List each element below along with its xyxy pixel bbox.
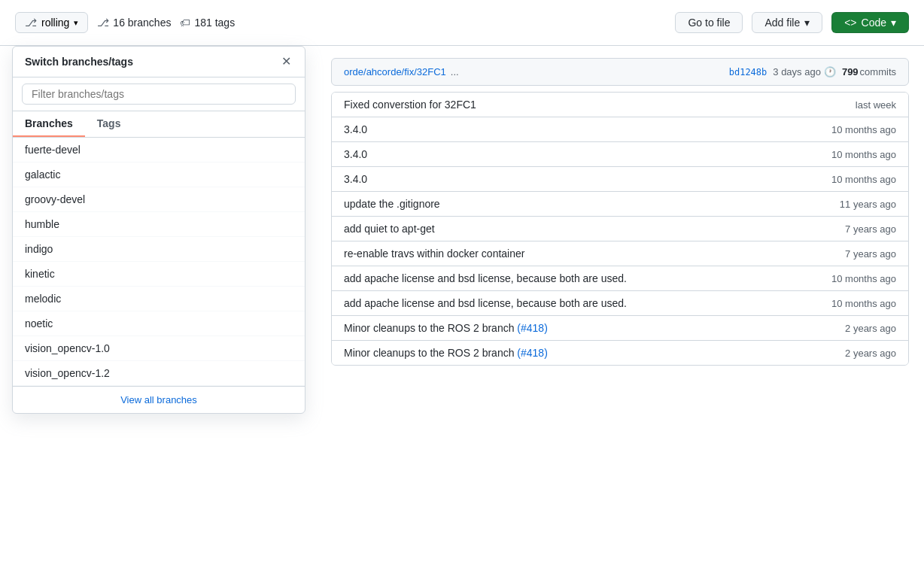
file-message: Minor cleanups to the ROS 2 branch (#418… (344, 347, 833, 359)
dropdown-title: Switch branches/tags (25, 56, 133, 68)
file-message: add apache license and bsd license, beca… (344, 297, 819, 309)
history-icon: 🕐 (824, 66, 836, 77)
code-button[interactable]: <> Code ▾ (831, 12, 909, 33)
table-row: re-enable travs within docker container7… (332, 241, 908, 266)
chevron-down-icon: ▾ (804, 17, 810, 29)
commit-time: 3 days ago (773, 66, 821, 77)
repo-content: orde/ahcorde/fix/32FC1 ... bd1248b 3 day… (316, 46, 924, 378)
branch-selector[interactable]: ⎇ rolling ▾ (15, 12, 88, 33)
issue-link[interactable]: (#418) (517, 322, 547, 334)
file-time: 10 months ago (831, 149, 896, 160)
commits-label: commits (860, 66, 896, 77)
goto-file-label: Go to file (688, 17, 730, 29)
file-message: Fixed converstion for 32FC1 (344, 99, 843, 111)
commit-ellipsis: ... (451, 66, 459, 77)
filter-input[interactable] (22, 84, 296, 105)
branches-count: 16 branches (113, 17, 171, 29)
file-time: 7 years ago (845, 248, 896, 260)
branches-link[interactable]: ⎇ 16 branches (97, 17, 171, 29)
file-time: 11 years ago (840, 199, 896, 210)
file-time: 10 months ago (831, 273, 896, 284)
branch-name: rolling (41, 17, 69, 29)
table-row: add quiet to apt-get7 years ago (332, 217, 908, 241)
filter-wrap (13, 77, 305, 111)
add-file-button[interactable]: Add file ▾ (752, 12, 822, 33)
commits-count: 799 (842, 66, 859, 77)
file-time: 10 months ago (831, 174, 896, 185)
commit-bar: orde/ahcorde/fix/32FC1 ... bd1248b 3 day… (331, 58, 909, 86)
chevron-down-icon: ▾ (891, 17, 896, 29)
file-time: last week (856, 99, 896, 111)
branch-item[interactable]: galactic (13, 162, 305, 187)
file-message: re-enable travs within docker container (344, 248, 833, 260)
table-row: Minor cleanups to the ROS 2 branch (#418… (332, 341, 908, 365)
file-time: 10 months ago (831, 298, 896, 309)
goto-file-button[interactable]: Go to file (675, 12, 743, 33)
branch-item[interactable]: kinetic (13, 262, 305, 287)
commit-branch: orde/ahcorde/fix/32FC1 (344, 66, 446, 77)
issue-link[interactable]: (#418) (517, 347, 547, 359)
dropdown-header: Switch branches/tags ✕ (13, 47, 305, 77)
add-file-label: Add file (764, 17, 800, 29)
toolbar: ⎇ rolling ▾ ⎇ 16 branches 🏷 181 tags Go … (0, 0, 924, 46)
table-row: add apache license and bsd license, beca… (332, 291, 908, 316)
code-icon: <> (844, 17, 856, 29)
file-message: 3.4.0 (344, 173, 819, 185)
tags-count: 181 tags (194, 17, 235, 29)
table-row: 3.4.010 months ago (332, 117, 908, 142)
tags-link[interactable]: 🏷 181 tags (180, 17, 235, 29)
tabs-row: Branches Tags (13, 111, 305, 138)
branches-link-icon: ⎇ (97, 17, 109, 29)
branch-item[interactable]: fuerte-devel (13, 138, 305, 162)
file-time: 7 years ago (845, 223, 896, 235)
file-message: add quiet to apt-get (344, 223, 833, 235)
table-row: 3.4.010 months ago (332, 142, 908, 167)
branch-item[interactable]: humble (13, 212, 305, 237)
table-row: Fixed converstion for 32FC1last week (332, 93, 908, 117)
branch-item[interactable]: noetic (13, 311, 305, 336)
table-row: add apache license and bsd license, beca… (332, 266, 908, 291)
branch-item[interactable]: vision_opencv-1.2 (13, 361, 305, 386)
commit-hash[interactable]: bd1248b (729, 67, 767, 77)
table-row: Minor cleanups to the ROS 2 branch (#418… (332, 316, 908, 341)
branch-list: fuerte-develgalacticgroovy-develhumblein… (13, 138, 305, 386)
table-row: 3.4.010 months ago (332, 167, 908, 192)
tab-tags[interactable]: Tags (85, 111, 133, 137)
table-row: update the .gitignore11 years ago (332, 192, 908, 217)
file-table: Fixed converstion for 32FC1last week3.4.… (331, 92, 909, 366)
tab-branches[interactable]: Branches (13, 111, 85, 137)
file-time: 2 years ago (845, 348, 896, 359)
branch-dropdown: Switch branches/tags ✕ Branches Tags fue… (12, 46, 305, 414)
tag-icon: 🏷 (180, 17, 190, 29)
view-all-branches-link[interactable]: View all branches (13, 386, 305, 413)
file-message: add apache license and bsd license, beca… (344, 272, 819, 284)
chevron-down-icon: ▾ (74, 18, 78, 28)
file-time: 10 months ago (831, 124, 896, 135)
branch-item[interactable]: vision_opencv-1.0 (13, 336, 305, 361)
branch-item[interactable]: melodic (13, 287, 305, 311)
file-message: Minor cleanups to the ROS 2 branch (#418… (344, 322, 833, 334)
file-message: 3.4.0 (344, 148, 819, 160)
main-content: Switch branches/tags ✕ Branches Tags fue… (0, 46, 924, 378)
close-button[interactable]: ✕ (280, 54, 293, 69)
code-label: Code (862, 17, 886, 29)
file-message: 3.4.0 (344, 123, 819, 135)
file-time: 2 years ago (845, 323, 896, 334)
file-message: update the .gitignore (344, 198, 828, 210)
branch-item[interactable]: indigo (13, 237, 305, 262)
branch-icon: ⎇ (25, 17, 37, 29)
branch-item[interactable]: groovy-devel (13, 187, 305, 212)
